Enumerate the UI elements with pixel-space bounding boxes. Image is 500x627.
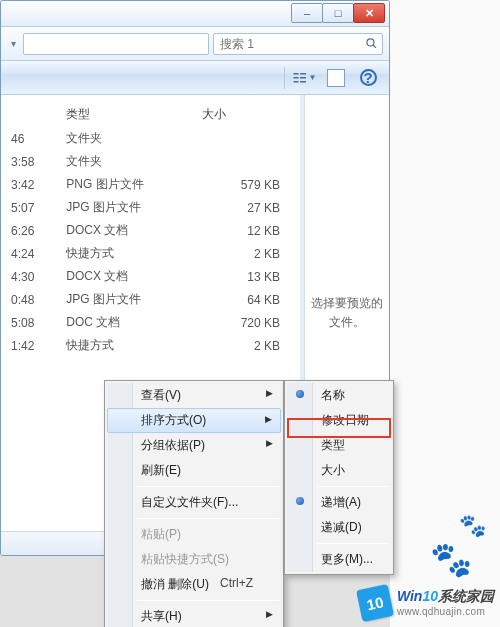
menu-label: 类型 [321, 438, 345, 452]
sort-desc[interactable]: 递减(D) [287, 515, 391, 540]
search-icon [365, 37, 378, 51]
table-row[interactable]: 5:08DOC 文档720 KB [1, 311, 290, 334]
sort-name[interactable]: 名称 [287, 383, 391, 408]
svg-rect-3 [293, 77, 298, 79]
preview-pane-icon [327, 69, 345, 87]
svg-rect-5 [300, 73, 306, 75]
preview-pane-button[interactable] [323, 67, 349, 89]
menu-share[interactable]: 共享(H) ▶ [107, 604, 281, 627]
cell-type: JPG 图片文件 [56, 196, 191, 219]
menu-paste: 粘贴(P) [107, 522, 281, 547]
cell-type: 文件夹 [56, 127, 191, 151]
view-options-button[interactable]: ▼ [291, 67, 317, 89]
close-button[interactable]: ✕ [353, 3, 385, 23]
menu-refresh[interactable]: 刷新(E) [107, 458, 281, 483]
watermark-badge: 10 [356, 584, 394, 622]
menu-separator [317, 543, 389, 544]
menu-label: 粘贴快捷方式(S) [141, 552, 229, 566]
menu-label: 递减(D) [321, 520, 362, 534]
menu-label: 大小 [321, 463, 345, 477]
menu-label: 撤消 删除(U) [141, 577, 209, 591]
submenu-arrow-icon: ▶ [266, 438, 273, 448]
bullet-icon [296, 497, 304, 505]
menu-separator [137, 518, 279, 519]
nav-toolbar: ▾ [1, 27, 389, 61]
cell-size: 2 KB [192, 242, 290, 265]
chevron-down-icon: ▼ [309, 73, 317, 82]
column-header-size[interactable]: 大小 [192, 103, 290, 127]
menu-label: 刷新(E) [141, 463, 181, 477]
command-bar: ▼ ? [1, 61, 389, 95]
menu-label: 查看(V) [141, 388, 181, 402]
svg-point-0 [367, 38, 374, 45]
table-row[interactable]: 1:42快捷方式2 KB [1, 334, 290, 357]
watermark-text: Win10系统家园 www.qdhuajin.com [397, 588, 494, 618]
maximize-button[interactable]: □ [322, 3, 354, 23]
chevron-down-icon: ▾ [11, 38, 16, 49]
cell-size: 13 KB [192, 265, 290, 288]
cell-time: 3:42 [1, 173, 56, 196]
svg-line-1 [374, 45, 377, 48]
bullet-icon [296, 390, 304, 398]
table-row[interactable]: 46文件夹 [1, 127, 290, 151]
history-dropdown[interactable]: ▾ [7, 35, 19, 53]
sort-date[interactable]: 修改日期 [287, 408, 391, 433]
file-table: 类型 大小 46文件夹3:58文件夹3:42PNG 图片文件579 KB5:07… [1, 103, 290, 357]
sort-type[interactable]: 类型 [287, 433, 391, 458]
sort-size[interactable]: 大小 [287, 458, 391, 483]
cell-size: 12 KB [192, 219, 290, 242]
window-controls: – □ ✕ [291, 3, 385, 23]
submenu-arrow-icon: ▶ [266, 388, 273, 398]
table-row[interactable]: 6:26DOCX 文档12 KB [1, 219, 290, 242]
submenu-arrow-icon: ▶ [266, 609, 273, 619]
search-box[interactable] [213, 33, 383, 55]
cell-size: 27 KB [192, 196, 290, 219]
menu-label: 名称 [321, 388, 345, 402]
cell-type: DOCX 文档 [56, 265, 191, 288]
menu-group[interactable]: 分组依据(P) ▶ [107, 433, 281, 458]
sort-more[interactable]: 更多(M)... [287, 547, 391, 572]
menu-label: 自定义文件夹(F)... [141, 495, 238, 509]
table-row[interactable]: 4:24快捷方式2 KB [1, 242, 290, 265]
search-input[interactable] [218, 36, 361, 52]
cell-type: 快捷方式 [56, 334, 191, 357]
menu-customize[interactable]: 自定义文件夹(F)... [107, 490, 281, 515]
submenu-arrow-icon: ▶ [265, 414, 272, 424]
column-header-time[interactable] [1, 103, 56, 127]
menu-view[interactable]: 查看(V) ▶ [107, 383, 281, 408]
toolbar-separator [284, 67, 285, 89]
context-menu[interactable]: 查看(V) ▶ 排序方式(O) ▶ 分组依据(P) ▶ 刷新(E) 自定义文件夹… [104, 380, 284, 627]
help-button[interactable]: ? [355, 67, 381, 89]
menu-sort[interactable]: 排序方式(O) ▶ [107, 408, 281, 433]
cell-size: 64 KB [192, 288, 290, 311]
cell-time: 6:26 [1, 219, 56, 242]
cell-size [192, 127, 290, 151]
table-row[interactable]: 3:58文件夹 [1, 150, 290, 173]
column-header-type[interactable]: 类型 [56, 103, 191, 127]
cell-size [192, 150, 290, 173]
cell-type: 文件夹 [56, 150, 191, 173]
cell-time: 4:30 [1, 265, 56, 288]
view-icon [292, 70, 308, 86]
minimize-button[interactable]: – [291, 3, 323, 23]
sort-asc[interactable]: 递增(A) [287, 490, 391, 515]
menu-separator [137, 600, 279, 601]
menu-label: 更多(M)... [321, 552, 373, 566]
page-right-strip [390, 0, 500, 627]
cell-time: 5:07 [1, 196, 56, 219]
menu-shortcut: Ctrl+Z [220, 576, 253, 590]
watermark-cn: 系统家园 [438, 588, 494, 604]
menu-undo[interactable]: 撤消 删除(U) Ctrl+Z [107, 572, 281, 597]
table-row[interactable]: 3:42PNG 图片文件579 KB [1, 173, 290, 196]
cell-time: 1:42 [1, 334, 56, 357]
cell-type: DOC 文档 [56, 311, 191, 334]
table-row[interactable]: 0:48JPG 图片文件64 KB [1, 288, 290, 311]
table-row[interactable]: 4:30DOCX 文档13 KB [1, 265, 290, 288]
titlebar[interactable]: – □ ✕ [1, 1, 389, 27]
cell-type: 快捷方式 [56, 242, 191, 265]
table-row[interactable]: 5:07JPG 图片文件27 KB [1, 196, 290, 219]
sort-submenu[interactable]: 名称 修改日期 类型 大小 递增(A) 递减(D) 更多(M)... [284, 380, 394, 575]
address-bar[interactable] [23, 33, 209, 55]
cell-size: 2 KB [192, 334, 290, 357]
column-header-row[interactable]: 类型 大小 [1, 103, 290, 127]
